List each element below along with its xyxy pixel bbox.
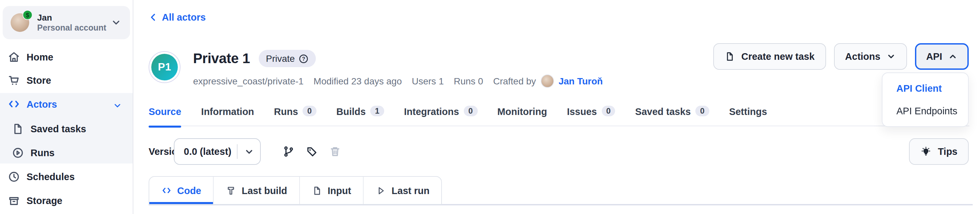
actor-path: expressive_coast/private-1 [193,76,304,86]
sidebar-item-label: Home [27,52,53,62]
author-link[interactable]: Jan Turoň [559,76,603,86]
sidebar-item-label: Saved tasks [30,124,86,134]
lightbulb-icon [921,146,932,157]
billing-badge: $ [22,10,32,20]
file-icon [11,122,25,136]
modified-text: Modified 23 days ago [313,76,402,86]
title-row: Private 1 Private ? [193,50,316,67]
runs-count: Runs 0 [454,76,484,86]
users-count: Users 1 [412,76,444,86]
tab-source[interactable]: Source [149,105,181,126]
tab-information[interactable]: Information [201,105,254,126]
chevron-down-icon [237,147,260,157]
sidebar-item-label: Runs [30,147,55,158]
sidebar-item-label: Storage [27,195,62,206]
tab-count-badge: 0 [464,106,477,116]
clock-icon [7,170,21,184]
page-title: Private 1 [193,51,250,67]
header-actions: Create new task Actions API [713,43,969,70]
subtab-last-run[interactable]: Last run [364,177,441,204]
crafted-by: Crafted by Jan Turoň [493,74,603,88]
tab-runs[interactable]: Runs0 [274,105,317,126]
tab-monitoring[interactable]: Monitoring [497,105,547,126]
version-bar: Version ? 0.0 (latest) [149,138,198,165]
tips-button[interactable]: Tips [909,138,969,165]
play-circle-icon [11,146,25,160]
source-subtabs: Code Last build Input Last run [149,176,442,205]
code-icon [161,185,172,196]
sidebar-item-schedules[interactable]: Schedules [0,166,134,187]
actions-label: Actions [845,51,880,62]
sidebar-item-actors[interactable]: Actors [0,94,134,115]
create-new-task-label: Create new task [741,51,815,62]
visibility-badge[interactable]: Private ? [259,50,316,67]
home-icon [7,51,21,64]
tab-saved-tasks[interactable]: Saved tasks0 [635,105,709,126]
tab-settings[interactable]: Settings [729,105,767,126]
sidebar-item-saved-tasks[interactable]: Saved tasks [0,118,134,140]
tips-label: Tips [938,146,958,157]
code-icon [7,98,21,111]
tab-count-badge: 0 [302,106,316,116]
chevron-down-icon [111,17,121,28]
sidebar-item-label: Schedules [27,171,75,182]
trash-icon [326,138,344,165]
breadcrumb-label: All actors [162,12,206,22]
app-window: $ Jan Personal account Home Store Actor [0,0,980,214]
actor-avatar-initials: P1 [151,54,178,80]
create-new-task-button[interactable]: Create new task [713,43,826,70]
sidebar-item-runs[interactable]: Runs [0,142,134,163]
version-select[interactable]: 0.0 (latest) [174,138,261,165]
crafted-by-label: Crafted by [493,76,536,86]
sidebar-item-label: Store [27,75,51,86]
version-actions [280,138,344,165]
tab-integrations[interactable]: Integrations0 [404,105,477,126]
subtab-last-build[interactable]: Last build [214,177,300,204]
file-plus-icon [725,51,735,62]
actor-tabs: Source Information Runs0 Builds1 Integra… [149,105,767,126]
box-icon [7,194,21,208]
version-select-value: 0.0 (latest) [175,146,237,157]
api-label: API [926,51,942,62]
chevron-down-icon [113,101,122,110]
subtab-input[interactable]: Input [299,177,364,204]
author-avatar [541,74,554,88]
api-dropdown-menu: API Client API Endpoints [882,72,969,127]
file-icon [312,185,322,196]
tab-builds[interactable]: Builds1 [336,105,384,126]
chevron-up-icon [948,52,958,61]
tag-icon[interactable] [303,138,320,165]
hammer-icon [226,185,237,196]
sidebar-item-storage[interactable]: Storage [0,190,134,211]
tab-count-badge: 0 [695,106,709,116]
tab-count-badge: 0 [601,106,615,116]
tab-count-badge: 1 [370,106,384,116]
visibility-badge-label: Private [266,53,295,64]
chevron-down-icon [886,52,896,61]
sidebar-item-store[interactable]: Store [0,70,134,91]
breadcrumb-back-link[interactable]: All actors [149,12,206,22]
menu-item-api-client[interactable]: API Client [883,77,968,100]
actor-avatar: P1 [149,51,180,83]
sidebar-item-home[interactable]: Home [0,46,134,68]
subtab-code[interactable]: Code [149,177,214,204]
tab-issues[interactable]: Issues0 [567,105,616,126]
account-type: Personal account [37,23,106,33]
git-branch-icon[interactable] [280,138,297,165]
actor-meta: expressive_coast/private-1 Modified 23 d… [193,74,603,88]
svg-text:?: ? [302,56,305,61]
api-dropdown-button[interactable]: API [915,43,969,70]
tabs-divider [149,126,969,126]
menu-item-api-endpoints[interactable]: API Endpoints [883,100,968,122]
play-icon [375,185,386,196]
chevron-left-icon [149,13,158,22]
account-name: Jan [37,13,52,22]
actions-dropdown-button[interactable]: Actions [834,43,907,70]
sidebar-item-label: Actors [27,99,57,110]
account-switcher[interactable]: $ Jan Personal account [3,6,130,39]
sidebar: $ Jan Personal account Home Store Actor [0,0,134,214]
cart-icon [7,74,21,87]
main-content: All actors P1 Private 1 Private ? expres… [134,0,980,214]
question-circle-icon: ? [299,53,309,64]
